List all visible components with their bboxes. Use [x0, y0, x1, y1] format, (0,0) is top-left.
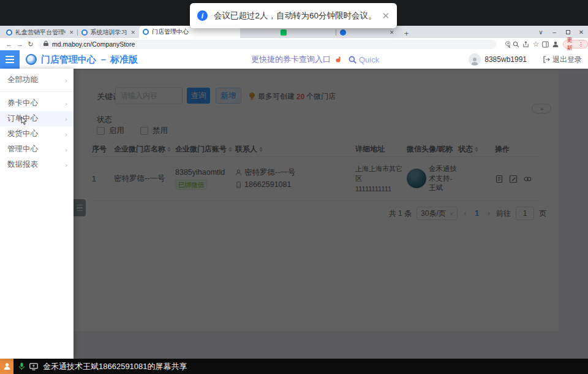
- chrome-update-button[interactable]: 更新 ⋮: [563, 40, 588, 48]
- logout-button[interactable]: 退出登录: [543, 55, 582, 65]
- tab-favicon: [81, 29, 88, 36]
- mouse-cursor-icon: [20, 116, 28, 128]
- url-bar[interactable]: md.maboy.cn/CompanyStore: [39, 40, 497, 49]
- chevron-right-icon: ›: [65, 131, 67, 138]
- divider: [0, 91, 74, 92]
- tab-title: 系统培训学习: [91, 28, 127, 37]
- chevron-right-icon: ›: [65, 100, 67, 107]
- toast-close-icon[interactable]: ✕: [377, 10, 390, 21]
- window-controls: ∨ – ✕: [534, 26, 588, 38]
- tab-title: 门店管理中心: [152, 28, 189, 36]
- chevron-right-icon: ›: [65, 115, 67, 123]
- screenshare-icon: [29, 363, 38, 370]
- key-icon[interactable]: [502, 40, 511, 48]
- share-icon[interactable]: [521, 40, 531, 48]
- zoom-icon[interactable]: [511, 40, 521, 48]
- tab-favicon: [6, 29, 12, 36]
- username: 8385wb1991: [484, 55, 527, 64]
- sidebar-item-label: 发货中心: [7, 129, 38, 139]
- quick-search-icon[interactable]: [349, 56, 356, 64]
- new-tab-button[interactable]: +: [398, 29, 415, 38]
- pointing-hand-icon: [334, 56, 342, 64]
- quick-label[interactable]: Quick: [359, 55, 379, 64]
- back-button[interactable]: ←: [4, 40, 15, 48]
- browser-menu-chevron[interactable]: ∨: [534, 26, 548, 38]
- sidebar-item-label: 券卡中心: [7, 98, 38, 109]
- nav-drawer: 全部功能 › 券卡中心 › 订单中心 › 发货中心 › 管理中心 › 数据报表 …: [0, 69, 74, 359]
- tab-training[interactable]: 系统培训学习 ✕: [78, 27, 140, 38]
- kebab-menu-icon[interactable]: ⋮: [578, 41, 584, 47]
- screen-share-bar: 金禾通技术王斌18662591081的屏幕共享: [0, 359, 588, 374]
- coupon-query-link[interactable]: 更快捷的券卡查询入口: [251, 54, 331, 65]
- maximize-icon: [566, 30, 570, 34]
- tab-favicon-green: [281, 29, 287, 36]
- sidebar-item-label: 全部功能: [7, 75, 38, 85]
- info-icon: i: [197, 10, 208, 21]
- tab-title: 礼盒营销平台管理中心: [15, 28, 66, 37]
- sidebar-item-coupon-center[interactable]: 券卡中心 ›: [0, 96, 74, 111]
- chevron-right-icon: ›: [65, 77, 67, 84]
- tab-close-icon[interactable]: ✕: [390, 29, 394, 36]
- hamburger-menu-button[interactable]: [0, 50, 20, 69]
- close-window-button[interactable]: ✕: [575, 26, 588, 38]
- tab-close-icon[interactable]: ✕: [131, 29, 136, 36]
- tab-favicon: [143, 29, 149, 35]
- url-text: md.maboy.cn/CompanyStore: [52, 40, 135, 48]
- chevron-right-icon: ›: [65, 161, 67, 169]
- sidebar-item-order-center[interactable]: 订单中心 ›: [0, 111, 74, 126]
- sidebar-item-data-reports[interactable]: 数据报表 ›: [0, 157, 74, 172]
- microphone-icon: [18, 362, 25, 370]
- app-header: 门店管理中心 － 标准版 更快捷的券卡查询入口 Quick 8385wb1991…: [0, 50, 588, 69]
- tab-favicon-blue: [340, 29, 346, 36]
- side-panel-icon[interactable]: [541, 40, 551, 48]
- share-text: 金禾通技术王斌18662591081的屏幕共享: [43, 361, 187, 372]
- tab-partial-wecom[interactable]: [277, 27, 336, 38]
- meeting-toast: i 会议已超过2人，自动转为60分钟限时会议。 ✕: [190, 3, 397, 28]
- tab-gift-platform[interactable]: 礼盒营销平台管理中心 ✕: [2, 27, 78, 38]
- lock-icon: [43, 40, 48, 48]
- chevron-right-icon: ›: [65, 146, 67, 153]
- logout-label: 退出登录: [552, 55, 582, 65]
- sidebar-item-shipping-center[interactable]: 发货中心 ›: [0, 126, 74, 142]
- toast-message: 会议已超过2人，自动转为60分钟限时会议。: [214, 10, 377, 21]
- browser-address-bar: ← → ↻ md.maboy.cn/CompanyStore ☆ 更新 ⋮: [0, 38, 588, 50]
- screen: 礼盒营销平台管理中心 ✕ 系统培训学习 ✕ 门店管理中心 ✕ + ∨ –: [0, 0, 588, 374]
- sidebar-item-label: 数据报表: [7, 159, 38, 170]
- app-title: 门店管理中心 － 标准版: [41, 54, 138, 66]
- minimize-button[interactable]: –: [548, 26, 561, 38]
- hamburger-icon: [6, 56, 14, 57]
- drawer-mask[interactable]: [74, 69, 588, 359]
- bookmark-star-icon[interactable]: ☆: [531, 40, 541, 48]
- sidebar-item-label: 管理中心: [7, 144, 38, 155]
- app-logo: [26, 54, 37, 65]
- sidebar-item-all-functions[interactable]: 全部功能 ›: [0, 72, 74, 88]
- forward-button[interactable]: →: [15, 40, 26, 48]
- user-avatar[interactable]: [469, 53, 481, 66]
- profile-avatar-icon[interactable]: [551, 40, 560, 48]
- tab-close-icon[interactable]: ✕: [69, 29, 74, 36]
- promo-area: 更快捷的券卡查询入口 Quick: [251, 54, 379, 65]
- reload-button[interactable]: ↻: [25, 40, 36, 48]
- sidebar-item-management-center[interactable]: 管理中心 ›: [0, 142, 74, 157]
- meeting-app-icon[interactable]: [0, 359, 13, 374]
- tab-partial-blue[interactable]: ✕: [336, 27, 398, 38]
- header-right: 8385wb1991 退出登录: [469, 53, 582, 66]
- main-content: 关键词 查询 新增 最多可创建 20 个微门店 » 状态 启用: [74, 69, 588, 359]
- share-status-icons: [18, 362, 38, 370]
